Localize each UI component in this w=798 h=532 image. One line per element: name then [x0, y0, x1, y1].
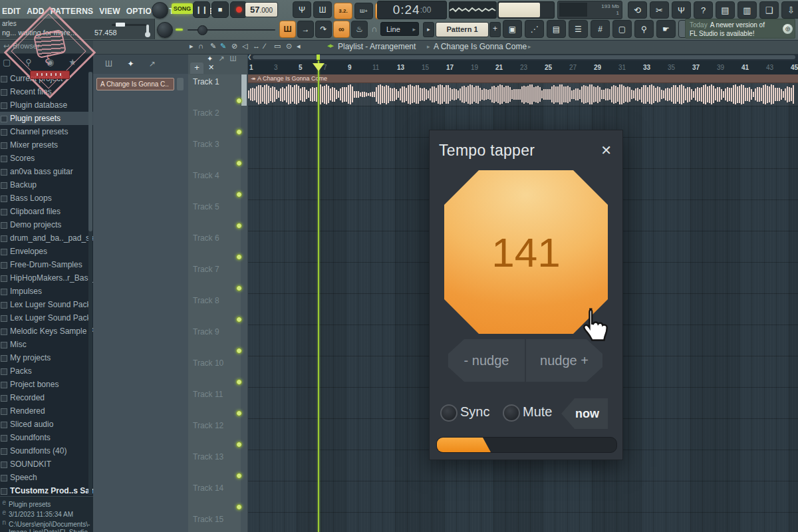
track-name[interactable]: Track 1 — [193, 77, 219, 86]
mute-radio[interactable] — [503, 404, 520, 422]
horizontal-scrollbar[interactable]: ❮ — [247, 54, 798, 61]
typing-to-piano-icon[interactable]: Ш — [279, 21, 296, 38]
update-notification[interactable]: TodayA newer version of FL Studio is ava… — [685, 19, 795, 39]
global-snap-icon[interactable]: ∩ — [371, 24, 377, 34]
browser-item[interactable]: Bass Loops — [0, 192, 93, 205]
browser-item[interactable]: Backup — [0, 178, 93, 192]
metronome-hat-icon[interactable]: ♨ — [351, 21, 368, 38]
track-name[interactable]: Track 11 — [193, 390, 223, 399]
menu-item-add[interactable]: ADD — [27, 7, 45, 16]
playlist-icon[interactable]: ▣ — [503, 20, 522, 38]
slip-icon[interactable]: ⊘ — [231, 42, 237, 51]
browser-item[interactable]: Current project — [0, 72, 93, 85]
main-volume-knob[interactable] — [152, 2, 168, 19]
pattern-selector[interactable]: Pattern 1 — [436, 22, 489, 37]
browser-item[interactable]: Plugin presets — [0, 112, 93, 125]
star-icon[interactable]: ★ — [68, 57, 91, 67]
save-icon[interactable]: ▤ — [716, 1, 735, 19]
browser-item[interactable]: Channel presets — [0, 125, 93, 138]
track-name[interactable]: Track 2 — [193, 108, 219, 118]
project-notes-icon[interactable]: ▢ — [612, 20, 632, 38]
snap-magnet-icon[interactable]: ∩ — [198, 42, 203, 50]
timeline-ruler[interactable]: 1357911131517192123252729313335373941434… — [247, 61, 798, 75]
browser-item[interactable]: Soundfonts — [0, 431, 93, 444]
browser-tree-icon[interactable]: # — [591, 20, 610, 38]
track-mute-led[interactable] — [236, 410, 242, 416]
audio-clip-track1[interactable]: ↠ A Change Is Gonna Come — [248, 74, 798, 106]
track-mute-led[interactable] — [236, 473, 242, 479]
add-pattern-button[interactable]: + — [489, 22, 501, 37]
track-name[interactable]: Track 15 — [193, 515, 223, 524]
track-name[interactable]: Track 6 — [193, 233, 219, 243]
browser-item[interactable]: Free-Drum-Samples — [0, 258, 93, 271]
scrollbar-handle[interactable] — [253, 55, 795, 59]
clip-title-bar[interactable]: ↠ A Change Is Gonna Come — [248, 74, 798, 83]
browser-item[interactable]: Plugin database — [0, 98, 93, 112]
track-mute-led[interactable] — [236, 98, 242, 104]
browser-item[interactable]: an0va bass guitar — [0, 165, 93, 178]
track-mute-led[interactable] — [236, 442, 242, 448]
track-name[interactable]: Track 12 — [193, 421, 223, 430]
browser-item[interactable]: Lex Luger Sound Pack p2 — [0, 311, 93, 325]
picker-audio-clip[interactable]: A Change Is Gonna C..✦ — [96, 78, 174, 90]
song-mode-button[interactable]: SONG — [172, 3, 193, 14]
cut-icon[interactable]: ✂ — [650, 1, 669, 19]
pause-button[interactable]: ❙❙ — [193, 1, 210, 18]
globe-icon[interactable]: ◉ — [47, 57, 68, 67]
slice-icon[interactable]: ∕ — [264, 42, 265, 50]
browser-item[interactable]: Melodic Keys Sample Pack — [0, 325, 93, 338]
sync-radio[interactable] — [440, 404, 458, 422]
track-mute-led[interactable] — [236, 285, 242, 291]
track-name[interactable]: Track 14 — [193, 483, 223, 493]
browser-scrollbar[interactable] — [88, 72, 92, 495]
track-name[interactable]: Track 8 — [193, 296, 219, 305]
link-tool-icon[interactable]: ↗ — [218, 55, 229, 63]
browser-item[interactable]: Rendered — [0, 404, 93, 418]
browser-item[interactable]: Soundfonts (40) — [0, 444, 93, 458]
blend-notes-icon[interactable]: ↷ — [315, 21, 332, 38]
snap-selector[interactable]: Line▸ — [380, 22, 419, 36]
playback-tool-icon[interactable]: ◂ — [297, 42, 301, 51]
browser-item[interactable]: Mixer presets — [0, 138, 93, 152]
track-name[interactable]: Track 4 — [193, 171, 219, 180]
typing-keyboard-icon[interactable]: Ш+ — [354, 3, 373, 19]
picker-clip-handle[interactable] — [177, 78, 184, 90]
track-mute-led[interactable] — [236, 504, 242, 510]
track-mute-led[interactable] — [236, 348, 242, 354]
file-icon[interactable]: ▢ — [3, 57, 25, 67]
close-icon[interactable]: ✕ — [600, 142, 612, 158]
channel-rack-icon[interactable]: ▤ — [547, 20, 566, 38]
add-track-button[interactable]: + — [190, 63, 203, 74]
piano-roll-icon[interactable]: ⋰ — [525, 20, 544, 38]
scroll-left-arrow[interactable]: ❮ — [247, 54, 252, 61]
browser-item[interactable]: Misc — [0, 338, 93, 351]
download-icon[interactable]: ⇩ — [781, 1, 798, 19]
browser-item[interactable]: SOUNDKIT — [0, 458, 93, 471]
browser-item[interactable]: Demo projects — [0, 218, 93, 231]
audio-filter-icon[interactable]: ✦ — [127, 59, 134, 68]
magnify-icon[interactable]: ⊙ — [286, 42, 292, 51]
mixer-icon[interactable]: ☰ — [569, 20, 588, 38]
breadcrumb-playlist[interactable]: Playlist - Arrangement — [338, 42, 416, 51]
track-mute-led[interactable] — [236, 160, 242, 166]
export-icon[interactable]: ▥ — [737, 1, 757, 19]
automation-filter-icon[interactable]: ↗ — [149, 59, 156, 68]
browser-item[interactable]: Envelopes — [0, 245, 93, 258]
track-name[interactable]: Track 13 — [193, 452, 223, 462]
feedback-icon[interactable]: ❑ — [759, 1, 779, 19]
browser-item[interactable]: My projects — [0, 351, 93, 364]
menu-item-view[interactable]: VIEW — [99, 7, 120, 16]
back-icon[interactable]: ↩ — [3, 42, 9, 50]
time-display[interactable]: 0:24:00 — [377, 1, 447, 19]
browser-item[interactable]: Clipboard files — [0, 205, 93, 218]
draw-icon[interactable]: ✎ — [210, 42, 216, 51]
browser-item[interactable]: Recent files — [0, 85, 93, 98]
breadcrumb-arrangement[interactable]: A Change Is Gonna Come — [434, 42, 527, 51]
track-name[interactable]: Track 9 — [193, 327, 219, 336]
mic-record-icon[interactable]: Ψ — [672, 1, 691, 19]
countdown-icon[interactable]: 3.2. — [334, 3, 352, 19]
track-mute-led[interactable] — [236, 317, 242, 323]
track-mute-led[interactable] — [236, 379, 242, 385]
undo-icon[interactable]: ⟲ — [628, 1, 647, 19]
mute-tool-icon[interactable]: ◁ — [242, 42, 247, 51]
